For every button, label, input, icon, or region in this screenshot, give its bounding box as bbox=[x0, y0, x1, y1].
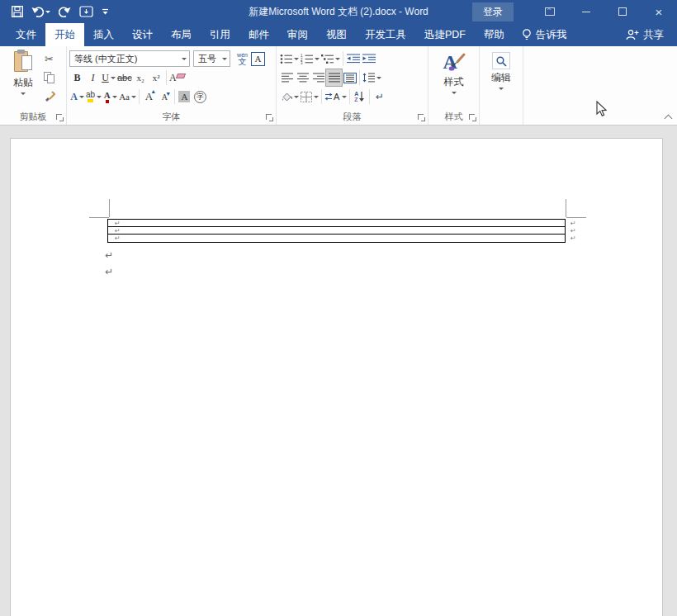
tab-xunjie-pdf[interactable]: 迅捷PDF bbox=[415, 23, 475, 46]
row-end-mark: ↵ bbox=[570, 235, 576, 242]
tab-developer[interactable]: 开发工具 bbox=[356, 23, 415, 46]
maximize-button[interactable] bbox=[604, 0, 641, 23]
redo-button[interactable] bbox=[59, 3, 71, 20]
share-button[interactable]: 共享 bbox=[618, 23, 672, 46]
group-clipboard: 粘贴 ✂ 剪贴板 bbox=[0, 46, 67, 125]
clipboard-dialog-launcher[interactable] bbox=[56, 114, 64, 121]
document-table[interactable]: ↵ ↵ ↵ ↵ ↵ ↵ bbox=[107, 219, 566, 243]
change-case-button[interactable]: Aa bbox=[118, 88, 137, 105]
close-button[interactable]: × bbox=[641, 0, 677, 23]
font-color-caret[interactable] bbox=[112, 96, 117, 98]
underline-button[interactable]: U bbox=[101, 69, 116, 86]
change-case-caret[interactable] bbox=[131, 96, 136, 98]
tab-view[interactable]: 视图 bbox=[317, 23, 356, 46]
paste-button[interactable]: 粘贴 bbox=[7, 50, 39, 111]
numbering-button[interactable]: 123 bbox=[300, 50, 320, 67]
tab-home[interactable]: 开始 bbox=[45, 23, 84, 46]
multilevel-list-button[interactable] bbox=[320, 50, 341, 67]
ribbon-display-options-button[interactable] bbox=[532, 0, 568, 23]
tab-mailings[interactable]: 邮件 bbox=[239, 23, 278, 46]
bold-button[interactable]: B bbox=[69, 69, 85, 86]
tab-help[interactable]: 帮助 bbox=[475, 23, 514, 46]
tab-layout[interactable]: 布局 bbox=[162, 23, 201, 46]
styles-button[interactable]: A 样式 bbox=[431, 50, 476, 94]
bullets-icon bbox=[280, 54, 292, 64]
share-person-icon bbox=[626, 29, 639, 40]
distribute-icon bbox=[343, 73, 357, 83]
copy-button[interactable] bbox=[41, 69, 57, 86]
font-name-combobox[interactable]: 等线 (中文正文) bbox=[69, 50, 190, 67]
tell-me-button[interactable]: 告诉我 bbox=[514, 23, 575, 46]
ribbon-tab-bar: 文件 开始 插入 设计 布局 引用 邮件 审阅 视图 开发工具 迅捷PDF 帮助… bbox=[0, 23, 677, 46]
borders-button[interactable] bbox=[300, 88, 320, 105]
font-dialog-launcher[interactable] bbox=[266, 114, 273, 121]
align-center-button[interactable] bbox=[295, 69, 310, 86]
shrink-font-button[interactable]: A▼ bbox=[157, 88, 173, 105]
table-row[interactable]: ↵ ↵ bbox=[108, 220, 565, 227]
text-effects-button[interactable]: A bbox=[69, 88, 85, 105]
underline-caret[interactable] bbox=[111, 77, 116, 79]
document-page[interactable]: ↵ ↵ ↵ ↵ ↵ ↵ ↵ ↵ bbox=[10, 138, 663, 616]
font-name-caret[interactable] bbox=[182, 58, 187, 60]
save-icon[interactable] bbox=[12, 3, 23, 20]
shading-button[interactable] bbox=[279, 88, 300, 105]
touch-mouse-mode-icon[interactable] bbox=[79, 3, 93, 20]
distribute-button[interactable] bbox=[342, 69, 357, 86]
phonetic-guide-button[interactable]: wén文 bbox=[234, 50, 250, 67]
cut-button[interactable]: ✂ bbox=[41, 50, 57, 67]
font-color-icon: A bbox=[104, 90, 111, 104]
align-left-button[interactable] bbox=[279, 69, 295, 86]
font-color-button[interactable]: A bbox=[102, 88, 118, 105]
sort-button[interactable]: AZ bbox=[352, 88, 367, 105]
align-right-button[interactable] bbox=[310, 69, 326, 86]
paste-dropdown-caret[interactable] bbox=[21, 92, 26, 95]
tab-references[interactable]: 引用 bbox=[201, 23, 239, 46]
format-painter-button[interactable] bbox=[41, 88, 57, 105]
show-hide-marks-button[interactable]: ↵ bbox=[372, 88, 387, 105]
italic-button[interactable]: I bbox=[85, 69, 101, 86]
bullets-button[interactable] bbox=[279, 50, 300, 67]
clear-formatting-button[interactable]: A bbox=[168, 69, 184, 86]
text-highlight-button[interactable]: ab bbox=[85, 88, 102, 105]
enclose-characters-button[interactable]: 字 bbox=[192, 88, 208, 105]
paragraph-dialog-launcher[interactable] bbox=[418, 114, 425, 121]
styles-caret[interactable] bbox=[452, 92, 457, 94]
strikethrough-button[interactable]: abc bbox=[116, 69, 133, 86]
multilevel-list-caret[interactable] bbox=[335, 58, 340, 60]
table-row[interactable]: ↵ ↵ bbox=[108, 227, 565, 235]
text-effects-caret[interactable] bbox=[79, 96, 84, 98]
numbering-caret[interactable] bbox=[315, 58, 320, 60]
character-border-button[interactable]: A bbox=[250, 50, 266, 67]
undo-dropdown-caret[interactable] bbox=[45, 11, 50, 13]
font-size-caret[interactable] bbox=[222, 58, 227, 60]
decrease-indent-button[interactable] bbox=[345, 50, 361, 67]
customize-qat-dropdown[interactable] bbox=[102, 3, 109, 20]
asian-layout-caret[interactable] bbox=[342, 96, 347, 98]
table-row[interactable]: ↵ ↵ bbox=[108, 235, 565, 242]
highlight-caret[interactable] bbox=[97, 96, 102, 98]
asian-layout-button[interactable]: A bbox=[324, 88, 348, 105]
shading-caret[interactable] bbox=[294, 96, 299, 98]
increase-indent-button[interactable] bbox=[361, 50, 376, 67]
editing-button[interactable]: 编辑 bbox=[482, 50, 520, 90]
borders-caret[interactable] bbox=[314, 96, 319, 98]
superscript-button[interactable]: x² bbox=[149, 69, 164, 86]
tab-insert[interactable]: 插入 bbox=[84, 23, 123, 46]
editing-caret[interactable] bbox=[499, 88, 504, 90]
undo-button[interactable] bbox=[31, 3, 50, 20]
font-size-combobox[interactable]: 五号 bbox=[193, 50, 230, 67]
minimize-button[interactable] bbox=[568, 0, 604, 23]
justify-button[interactable] bbox=[326, 69, 342, 86]
bullets-caret[interactable] bbox=[294, 58, 299, 60]
line-spacing-button[interactable] bbox=[362, 69, 382, 86]
styles-dialog-launcher[interactable] bbox=[469, 114, 476, 121]
tab-review[interactable]: 审阅 bbox=[278, 23, 317, 46]
subscript-button[interactable]: x₂ bbox=[133, 69, 149, 86]
line-spacing-caret[interactable] bbox=[376, 77, 381, 79]
tab-file[interactable]: 文件 bbox=[7, 23, 45, 46]
collapse-ribbon-icon[interactable] bbox=[665, 113, 672, 121]
character-shading-button[interactable]: A bbox=[177, 88, 192, 105]
sign-in-button[interactable]: 登录 bbox=[472, 2, 514, 21]
grow-font-button[interactable]: A▲ bbox=[141, 88, 157, 105]
tab-design[interactable]: 设计 bbox=[123, 23, 162, 46]
